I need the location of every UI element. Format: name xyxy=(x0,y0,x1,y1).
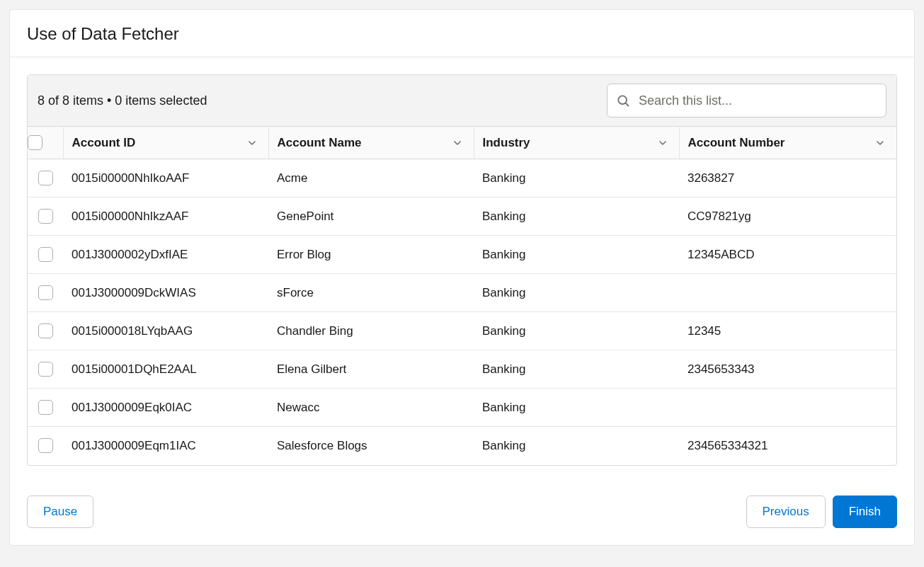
table-row: 0015i00000NhIkoAAFAcmeBanking3263827 xyxy=(28,159,896,197)
data-table: Account ID Account Name xyxy=(28,126,896,465)
account-name-cell: sForce xyxy=(268,274,474,312)
search-box[interactable] xyxy=(607,84,886,118)
chevron-down-icon[interactable] xyxy=(244,135,260,151)
col-label: Account Number xyxy=(688,136,785,150)
account-number-cell xyxy=(679,274,896,312)
table-body: 0015i00000NhIkoAAFAcmeBanking32638270015… xyxy=(28,159,896,465)
chevron-down-icon[interactable] xyxy=(872,135,888,151)
row-checkbox[interactable] xyxy=(38,323,53,338)
search-input[interactable] xyxy=(637,93,877,109)
row-select-cell xyxy=(28,350,63,389)
row-checkbox[interactable] xyxy=(38,247,53,262)
account-name-cell: Salesforce Blogs xyxy=(268,427,474,465)
pause-button[interactable]: Pause xyxy=(27,496,93,528)
row-select-cell xyxy=(28,159,63,197)
account-number-cell: 12345 xyxy=(679,312,896,350)
table-row: 0015i000018LYqbAAGChandler BingBanking12… xyxy=(28,312,896,350)
account-number-cell: 12345ABCD xyxy=(679,236,896,274)
card-body: 8 of 8 items • 0 items selected xyxy=(10,57,914,483)
col-account-number[interactable]: Account Number xyxy=(679,127,896,159)
account-id-cell: 0015i00000NhIkzAAF xyxy=(63,197,268,236)
industry-cell: Banking xyxy=(474,427,679,465)
search-wrap xyxy=(607,84,886,118)
row-checkbox[interactable] xyxy=(38,209,53,224)
account-name-cell: Elena Gilbert xyxy=(268,350,474,389)
row-checkbox[interactable] xyxy=(38,171,53,185)
row-select-cell xyxy=(28,389,63,427)
card-header: Use of Data Fetcher xyxy=(10,10,914,57)
row-select-cell xyxy=(28,427,63,465)
table-row: 0015i00001DQhE2AALElena GilbertBanking23… xyxy=(28,350,896,389)
table-row: 001J3000009DckWIASsForceBanking xyxy=(28,274,896,312)
table-row: 0015i00000NhIkzAAFGenePointBankingCC9782… xyxy=(28,197,896,236)
row-select-cell xyxy=(28,274,63,312)
account-name-cell: Error Blog xyxy=(268,236,474,274)
industry-cell: Banking xyxy=(474,389,679,427)
row-select-cell xyxy=(28,197,63,236)
table-row: 001J3000009Eqk0IACNewaccBanking xyxy=(28,389,896,427)
industry-cell: Banking xyxy=(474,312,679,350)
account-id-cell: 0015i00001DQhE2AAL xyxy=(63,350,268,389)
industry-cell: Banking xyxy=(474,159,679,197)
account-id-cell: 0015i00000NhIkoAAF xyxy=(63,159,268,197)
account-name-cell: GenePoint xyxy=(268,197,474,236)
account-id-cell: 001J3000002yDxfIAE xyxy=(63,236,268,274)
row-select-cell xyxy=(28,236,63,274)
industry-cell: Banking xyxy=(474,236,679,274)
col-industry[interactable]: Industry xyxy=(474,127,679,159)
table-card: 8 of 8 items • 0 items selected xyxy=(27,74,897,466)
account-number-cell xyxy=(679,389,896,427)
row-checkbox[interactable] xyxy=(38,362,53,377)
table-row: 001J3000009Eqm1IACSalesforce BlogsBankin… xyxy=(28,427,896,465)
card-footer: Pause Previous Finish xyxy=(10,483,914,545)
chevron-down-icon[interactable] xyxy=(655,135,671,151)
account-id-cell: 0015i000018LYqbAAG xyxy=(63,312,268,350)
row-checkbox[interactable] xyxy=(38,400,53,415)
account-number-cell: 2345653343 xyxy=(679,350,896,389)
account-number-cell: 234565334321 xyxy=(679,427,896,465)
row-select-cell xyxy=(28,312,63,350)
account-id-cell: 001J3000009Eqk0IAC xyxy=(63,389,268,427)
account-id-cell: 001J3000009DckWIAS xyxy=(63,274,268,312)
col-account-name[interactable]: Account Name xyxy=(268,127,474,159)
account-name-cell: Acme xyxy=(268,159,474,197)
main-card: Use of Data Fetcher 8 of 8 items • 0 ite… xyxy=(9,9,915,546)
account-name-cell: Newacc xyxy=(268,389,474,427)
col-account-id[interactable]: Account ID xyxy=(63,127,268,159)
previous-button[interactable]: Previous xyxy=(746,496,826,528)
table-toolbar: 8 of 8 items • 0 items selected xyxy=(28,75,896,126)
select-all-checkbox[interactable] xyxy=(28,135,42,150)
account-id-cell: 001J3000009Eqm1IAC xyxy=(63,427,268,465)
industry-cell: Banking xyxy=(474,274,679,312)
table-row: 001J3000002yDxfIAEError BlogBanking12345… xyxy=(28,236,896,274)
finish-button[interactable]: Finish xyxy=(833,496,897,528)
select-all-header xyxy=(28,127,63,159)
industry-cell: Banking xyxy=(474,350,679,389)
industry-cell: Banking xyxy=(474,197,679,236)
account-number-cell: CC97821yg xyxy=(679,197,896,236)
row-checkbox[interactable] xyxy=(38,438,53,453)
col-label: Account ID xyxy=(72,136,136,150)
col-label: Account Name xyxy=(278,136,362,150)
search-icon xyxy=(616,93,630,108)
page-title: Use of Data Fetcher xyxy=(27,24,897,44)
svg-line-1 xyxy=(626,103,629,106)
table-head: Account ID Account Name xyxy=(28,127,896,159)
row-checkbox[interactable] xyxy=(38,285,53,300)
account-number-cell: 3263827 xyxy=(679,159,896,197)
account-name-cell: Chandler Bing xyxy=(268,312,474,350)
chevron-down-icon[interactable] xyxy=(450,135,465,151)
col-label: Industry xyxy=(483,136,530,150)
status-text: 8 of 8 items • 0 items selected xyxy=(38,93,207,108)
